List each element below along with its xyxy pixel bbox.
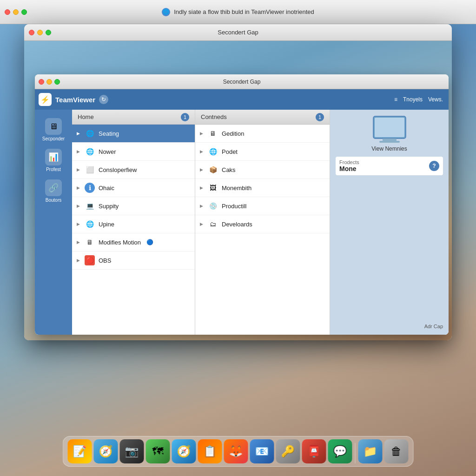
consloperfiew-arrow: ▶ <box>77 167 80 172</box>
minimize-button[interactable] <box>13 9 19 15</box>
inner-minimize-button[interactable] <box>46 79 52 85</box>
monembith-label: Monembith <box>222 185 251 192</box>
dock-safari[interactable]: 🧭 <box>172 439 196 463</box>
gedition-icon: 🖥 <box>208 128 218 139</box>
adr-cap: Adr Cap <box>424 324 443 329</box>
dock-folder[interactable]: 📁 <box>358 439 383 463</box>
dock: 📝 🧭 📷 🗺 🧭 📋 🦊 📧 🔑 📮 💬 📁 🗑 <box>63 436 414 467</box>
svg-rect-2 <box>383 139 397 141</box>
list-item-develoards[interactable]: ▶ 🗂 Develoards <box>195 215 330 233</box>
close-button[interactable] <box>5 9 10 15</box>
list-item-suppity[interactable]: ▶ 💻 Suppity <box>72 197 195 215</box>
ohaic-icon: ℹ <box>85 183 95 193</box>
profest-label: Profest <box>46 167 61 172</box>
upine-label: Upine <box>99 221 114 228</box>
toolbar-right: ≡ Tnoyels Vews. <box>394 96 443 103</box>
podet-arrow: ▶ <box>200 149 203 154</box>
list-item-upine[interactable]: ▶ 🌐 Upine <box>72 215 195 233</box>
upine-icon: 🌐 <box>85 219 95 229</box>
list-item-nower[interactable]: ▶ 🌐 Nower <box>72 143 195 161</box>
inner-titlebar: Secondert Gap <box>35 74 449 89</box>
title-icon: 🌐 <box>162 8 170 16</box>
productill-arrow: ▶ <box>200 204 203 208</box>
os-titlebar: 🌐 Indly siate a flow thib buld in TeamVi… <box>0 0 476 24</box>
seating-label: Seating <box>99 130 119 137</box>
outer-close-button[interactable] <box>29 30 34 35</box>
dock-notes[interactable]: 📋 <box>198 439 222 463</box>
list-view-icon[interactable]: ≡ <box>394 96 397 103</box>
outer-titlebar: Secondert Gap <box>24 24 452 41</box>
modifies-motion-arrow: ▶ <box>77 240 80 245</box>
modifies-motion-icon: 🖥 <box>85 237 95 247</box>
contents-badge: 1 <box>316 113 324 121</box>
list-item-gedition[interactable]: ▶ 🖥 Gedition <box>195 125 330 143</box>
sidebar-item-profest[interactable]: 📊 Profest <box>37 146 70 175</box>
obs-label: OBS <box>99 257 111 264</box>
list-item-productill[interactable]: ▶ 💿 Productill <box>195 197 330 215</box>
seating-arrow: ▶ <box>77 131 80 136</box>
dock-trash[interactable]: 🗑 <box>384 439 409 463</box>
list-item-obs[interactable]: ▶ 🔴 OBS <box>72 251 195 270</box>
upine-arrow: ▶ <box>77 222 80 226</box>
inner-maximize-button[interactable] <box>54 79 60 85</box>
dock-chat[interactable]: 💬 <box>328 439 352 463</box>
contents-panel: Contneds 1 ▶ 🖥 Gedition ▶ 🌐 Podet ▶ 📦 Ca… <box>195 110 330 335</box>
dock-maps[interactable]: 🗺 <box>146 439 170 463</box>
svg-rect-3 <box>379 141 400 143</box>
nower-icon: 🌐 <box>85 146 95 157</box>
refresh-button[interactable]: ↻ <box>99 95 108 104</box>
list-item-ohaic[interactable]: ▶ ℹ Ohaic <box>72 179 195 197</box>
brand-name: TeamViewer <box>55 96 95 104</box>
outer-title-text: Secondert Gap <box>218 29 258 36</box>
inner-close-button[interactable] <box>39 79 44 85</box>
dock-text-editor[interactable]: 📝 <box>68 439 92 463</box>
app-toolbar: ⚡ TeamViewer ↻ ≡ Tnoyels Vews. <box>35 89 449 110</box>
sidebar-item-secponder[interactable]: 🖥 Secponder <box>37 115 70 144</box>
dock-misc[interactable]: 📮 <box>302 439 326 463</box>
detail-info-box: Frodects Mone ? <box>336 157 443 175</box>
dock-camera[interactable]: 📷 <box>120 439 144 463</box>
boutors-icon: 🔗 <box>45 179 62 196</box>
boutors-label: Boutors <box>46 198 61 203</box>
sidebar-item-boutors[interactable]: 🔗 Boutors <box>37 177 70 205</box>
dock-mail[interactable]: 📧 <box>250 439 274 463</box>
ohaic-label: Ohaic <box>99 185 114 192</box>
list-item-modifies-motion[interactable]: ▶ 🖥 Modifies Motion 🔵 <box>72 233 195 251</box>
list-item-monembith[interactable]: ▶ 🖼 Monembith <box>195 179 330 197</box>
caks-icon: 📦 <box>208 165 218 175</box>
list-item-caks[interactable]: ▶ 📦 Caks <box>195 161 330 179</box>
outer-minimize-button[interactable] <box>37 30 43 35</box>
maximize-button[interactable] <box>21 9 27 15</box>
gedition-label: Gedition <box>222 130 244 137</box>
home-header-label: Home <box>78 113 94 120</box>
home-badge: 1 <box>181 113 189 121</box>
profest-icon: 📊 <box>45 149 62 165</box>
dock-safari-compass[interactable]: 🧭 <box>94 439 118 463</box>
outer-maximize-button[interactable] <box>46 30 51 35</box>
consloperfiew-icon: ⬜ <box>85 165 95 175</box>
content-area: Home 1 ▶ 🌐 Seating ▶ 🌐 Nower ▶ ⬜ Co <box>72 110 449 335</box>
caks-label: Caks <box>222 166 236 173</box>
list-item-seating[interactable]: ▶ 🌐 Seating <box>72 125 195 143</box>
productill-label: Productill <box>222 203 246 210</box>
podet-icon: 🌐 <box>208 146 218 157</box>
tnoyels-button[interactable]: Tnoyels <box>403 96 423 103</box>
productill-icon: 💿 <box>208 201 218 211</box>
view-nemnies-label: View Nemnies <box>371 145 407 152</box>
dock-firefox[interactable]: 🦊 <box>224 439 248 463</box>
develoards-label: Develoards <box>222 221 252 228</box>
list-item-consloperfiew[interactable]: ▶ ⬜ Consloperfiew <box>72 161 195 179</box>
seating-icon: 🌐 <box>85 128 95 139</box>
dock-keys[interactable]: 🔑 <box>276 439 300 463</box>
monembith-icon: 🖼 <box>208 183 218 193</box>
vews-button[interactable]: Vews. <box>428 96 443 103</box>
ohaic-arrow: ▶ <box>77 185 80 190</box>
monembith-arrow: ▶ <box>200 185 203 190</box>
list-item-podet[interactable]: ▶ 🌐 Podet <box>195 143 330 161</box>
secponder-icon: 🖥 <box>45 118 62 135</box>
nower-label: Nower <box>99 148 116 155</box>
outer-title: Secondert Gap <box>218 29 258 36</box>
inner-window: Secondert Gap ⚡ TeamViewer ↻ ≡ Tnoyels V… <box>35 74 449 335</box>
detail-panel: View Nemnies Frodects Mone ? Adr Cap <box>330 110 449 335</box>
secponder-label: Secponder <box>42 136 65 141</box>
